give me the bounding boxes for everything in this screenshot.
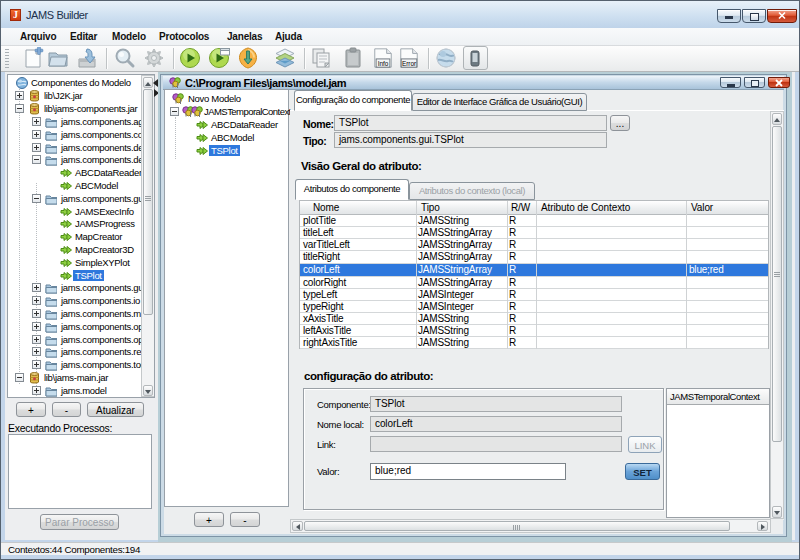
svg-text:Error: Error	[402, 60, 417, 67]
svg-text:Info: Info	[378, 60, 389, 67]
